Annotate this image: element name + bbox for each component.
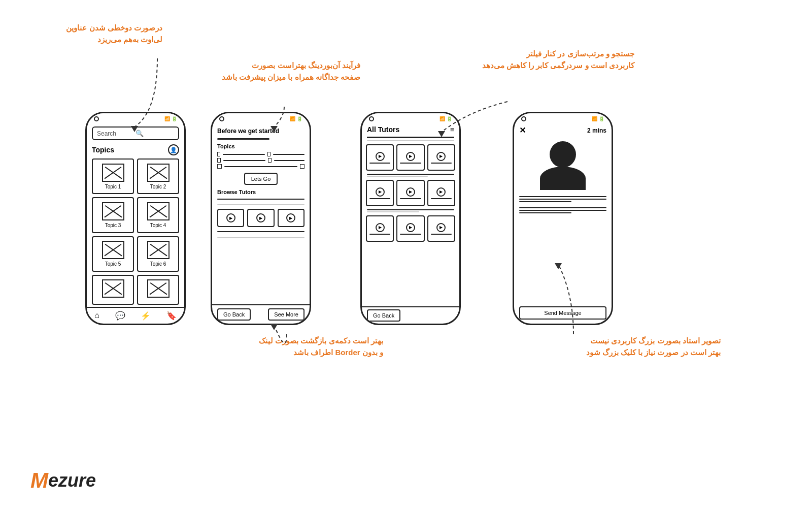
phone3-card6-line (431, 198, 452, 199)
phone3-card4-line (369, 198, 390, 199)
phone3-card-6[interactable]: ▶ (427, 180, 455, 206)
phone3-play-7: ▶ (376, 223, 385, 232)
phone2-topics-label: Topics (217, 143, 304, 149)
phone2-status: 📶🔋 (290, 116, 302, 121)
phone2-line2 (217, 237, 304, 238)
phone3-play-9: ▶ (436, 223, 446, 232)
home-icon[interactable]: ⌂ (94, 311, 99, 321)
phone3-footer: Go Back (362, 306, 459, 324)
phone3-card-1[interactable]: ▶ (366, 144, 394, 171)
phone4-top-bar: ✕ 2 mins (514, 123, 612, 137)
phone4-notch: 📶🔋 (514, 113, 612, 123)
play-icon-2: ▶ (256, 213, 265, 223)
phone2-topic-line-1 (217, 152, 304, 156)
phone3-card1-line (369, 163, 390, 164)
phone3-section-lines2 (362, 208, 459, 213)
topic1-image (102, 164, 124, 182)
phone3-go-back-button[interactable]: Go Back (367, 309, 400, 322)
topic5-label: Topic 5 (105, 261, 121, 267)
phone2-dot (219, 116, 224, 121)
phone3-play-3: ▶ (436, 152, 446, 161)
topic8-image (147, 279, 170, 298)
phone3-card3-line (431, 163, 452, 164)
phone2-see-more-button[interactable]: See More (268, 308, 304, 321)
phone3-card7-line (369, 234, 390, 235)
annotation-top-right: جستجو و مرتب‌سازی در کنار فیلتر کاربردی … (442, 48, 634, 71)
topic-cell-2[interactable]: Topic 2 (137, 158, 179, 194)
phone2-checkbox-5[interactable] (217, 164, 222, 169)
phone3-filter-icon[interactable]: ≡ (450, 125, 454, 134)
phone2-checkbox-2[interactable] (267, 152, 270, 156)
topic1-label: Topic 1 (105, 184, 121, 189)
avatar-icon: 👤 (170, 147, 177, 153)
phone2-checkbox-4[interactable] (268, 158, 272, 163)
phone2-go-back-button[interactable]: Go Back (217, 308, 251, 321)
topic-cell-4[interactable]: Topic 4 (137, 197, 179, 233)
phone3-status: 📶🔋 (439, 116, 452, 121)
lets-go-button[interactable]: Lets Go (244, 173, 278, 185)
play-icon-1: ▶ (226, 213, 235, 223)
phone4-content: ✕ 2 mins Send Message (514, 123, 612, 324)
phone3-play-8: ▶ (406, 223, 415, 232)
phone4-line1 (519, 196, 606, 197)
topic-cell-6[interactable]: Topic 6 (137, 236, 179, 272)
phone-2: 📶🔋 Before we get started Topics (211, 112, 311, 325)
phone4-status: 📶🔋 (592, 116, 604, 121)
phone1-bottom-nav: ⌂ 💬 ⚡ 🔖 (87, 307, 184, 324)
phone2-tutor-card-3[interactable]: ▶ (278, 209, 304, 227)
topic2-image (147, 164, 170, 182)
phone3-play-4: ▶ (376, 187, 385, 197)
topic-cell-1[interactable]: Topic 1 (92, 158, 134, 194)
topic-cell-5[interactable]: Topic 5 (92, 236, 134, 272)
bookmark-icon[interactable]: 🔖 (166, 311, 177, 321)
phone2-tutor-card-2[interactable]: ▶ (247, 209, 274, 227)
phone3-header: All Tutors ≡ (362, 123, 459, 136)
phone3-card-3[interactable]: ▶ (427, 144, 455, 171)
phone4-avatar-container (514, 137, 612, 194)
phone1-topics-title: Topics (92, 146, 114, 154)
topic4-image (147, 202, 170, 220)
phone2-bar-5 (224, 166, 298, 167)
phone1-avatar: 👤 (168, 144, 179, 155)
topic5-image (102, 241, 124, 259)
phone4-avatar-figure (540, 141, 586, 190)
phone3-card-4[interactable]: ▶ (366, 180, 394, 206)
phone2-notch: 📶🔋 (212, 113, 310, 123)
phone3-card2-line (400, 163, 421, 164)
phone2-bar-2 (273, 154, 304, 155)
phone4-dot (521, 116, 526, 121)
topic3-label: Topic 3 (105, 223, 121, 228)
phone2-topic-lines (217, 152, 304, 169)
phone2-tutor-card-1[interactable]: ▶ (217, 209, 244, 227)
bolt-icon[interactable]: ⚡ (141, 311, 151, 321)
phone3-card-8[interactable]: ▶ (396, 215, 424, 242)
phone2-checkbox-3[interactable] (217, 158, 221, 163)
phone3-play-5: ▶ (406, 187, 415, 197)
topic-cell-7[interactable] (92, 275, 134, 305)
phone4-line6 (519, 212, 571, 213)
topic-cell-8[interactable] (137, 275, 179, 305)
phone1-dot (94, 116, 99, 121)
phone4-send-message-button[interactable]: Send Message (519, 306, 606, 320)
phone2-checkbox-1[interactable] (217, 152, 220, 156)
phone3-section-lines1 (362, 173, 459, 178)
phone3-card-9[interactable]: ▶ (427, 215, 455, 242)
phone2-browse-tutors-label: Browse Tutors (217, 189, 304, 195)
phone2-bar-4 (274, 160, 304, 161)
phone3-card-5[interactable]: ▶ (396, 180, 424, 206)
phone1-status: 📶🔋 (164, 116, 177, 121)
topic-cell-3[interactable]: Topic 3 (92, 197, 134, 233)
phone2-checkbox-6[interactable] (300, 164, 304, 169)
phone1-search-bar[interactable]: Search 🔍 (92, 126, 179, 140)
phone3-play-6: ▶ (436, 187, 446, 197)
phone1-search-text: Search (97, 130, 136, 137)
phone4-line3 (519, 201, 571, 202)
phone2-bar-3 (223, 160, 266, 161)
phone3-grid-row2: ▶ ▶ ▶ (362, 178, 459, 208)
phone4-close-button[interactable]: ✕ (519, 125, 526, 135)
phone3-card-2[interactable]: ▶ (396, 144, 424, 171)
phone3-sl2 (367, 176, 428, 177)
chat-icon[interactable]: 💬 (115, 311, 125, 321)
phone2-content: Before we get started Topics (212, 123, 310, 324)
phone3-card-7[interactable]: ▶ (366, 215, 394, 242)
